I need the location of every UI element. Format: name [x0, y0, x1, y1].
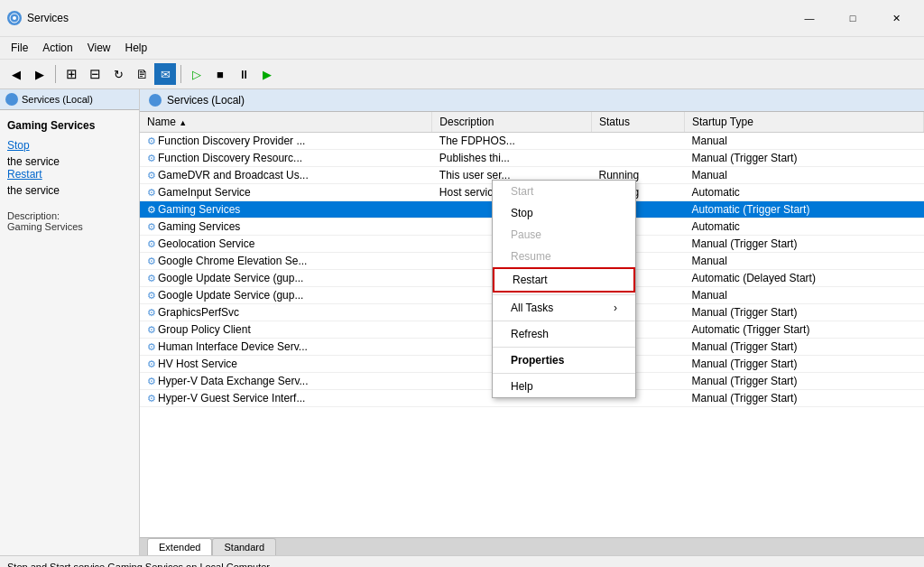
content-header-title: Services (Local) — [167, 94, 245, 107]
gear-icon: ⚙ — [147, 307, 156, 318]
gear-icon: ⚙ — [147, 273, 156, 284]
col-header-status[interactable]: Status — [591, 112, 684, 133]
gear-icon: ⚙ — [147, 341, 156, 352]
content-header-icon — [149, 94, 162, 107]
minimize-button[interactable]: — — [789, 5, 830, 31]
service-name-cell: ⚙HV Host Service — [140, 356, 432, 373]
service-startup-cell: Automatic (Trigger Start) — [685, 321, 924, 339]
close-button[interactable]: ✕ — [875, 5, 917, 31]
restart-service-link[interactable]: Restart — [7, 168, 132, 181]
forward-button[interactable]: ▶ — [29, 63, 51, 85]
svg-point-1 — [13, 16, 16, 20]
stop-service-line: Stop the service — [7, 139, 132, 168]
back-button[interactable]: ◀ — [5, 63, 27, 85]
service-name-cell: ⚙Google Update Service (gup... — [140, 287, 432, 304]
ctx-stop[interactable]: Stop — [493, 202, 635, 224]
help-button[interactable]: ✉ — [154, 63, 176, 85]
description-label: Description: — [7, 210, 132, 221]
title-bar: Services — □ ✕ — [0, 0, 924, 37]
service-name-cell: ⚙Hyper-V Data Exchange Serv... — [140, 373, 432, 390]
restart-button[interactable]: ▶ — [256, 63, 278, 85]
export-button[interactable]: 🖹 — [131, 63, 152, 85]
ctx-help[interactable]: Help — [493, 376, 635, 397]
ctx-all-tasks[interactable]: All Tasks › — [493, 297, 635, 319]
service-startup-cell: Manual (Trigger Start) — [685, 236, 924, 253]
restart-service-text: the service — [7, 184, 60, 197]
play-button[interactable]: ▷ — [186, 63, 208, 85]
show-hide-button[interactable]: ⊟ — [84, 63, 106, 85]
service-startup-cell: Manual — [685, 253, 924, 270]
col-header-description[interactable]: Description — [432, 112, 592, 133]
gear-icon: ⚙ — [147, 187, 156, 198]
service-startup-cell: Automatic (Delayed Start) — [685, 270, 924, 287]
ctx-resume[interactable]: Resume — [493, 246, 635, 267]
service-startup-cell: Manual (Trigger Start) — [685, 390, 924, 407]
service-startup-cell: Automatic — [685, 184, 924, 201]
ctx-sep-4 — [493, 373, 635, 374]
ctx-properties[interactable]: Properties — [493, 349, 635, 371]
gear-icon: ⚙ — [147, 393, 156, 404]
maximize-button[interactable]: □ — [832, 5, 873, 31]
service-name-cell: ⚙Google Chrome Elevation Se... — [140, 253, 432, 270]
gear-icon: ⚙ — [147, 153, 156, 163]
tab-extended[interactable]: Extended — [147, 538, 212, 555]
ctx-pause[interactable]: Pause — [493, 224, 635, 246]
service-name-cell: ⚙Hyper-V Guest Service Interf... — [140, 390, 432, 407]
service-desc-cell: Publishes thi... — [432, 150, 592, 167]
ctx-refresh[interactable]: Refresh — [493, 323, 635, 345]
sidebar-title: Services (Local) — [22, 94, 93, 105]
col-header-name[interactable]: Name ▲ — [140, 112, 432, 133]
menu-file[interactable]: File — [4, 39, 35, 57]
tab-standard[interactable]: Standard — [212, 538, 276, 555]
content-area: Services (Local) Name ▲ Description Stat… — [140, 89, 924, 555]
table-row[interactable]: ⚙Function Discovery Provider ...The FDPH… — [140, 133, 924, 150]
gear-icon: ⚙ — [147, 324, 156, 335]
service-name-cell: ⚙Gaming Services — [140, 201, 432, 218]
sidebar-icon — [5, 93, 18, 106]
app-icon — [7, 11, 22, 25]
tab-bar: Extended Standard — [140, 537, 924, 555]
ctx-sep-2 — [493, 321, 635, 321]
col-header-startup[interactable]: Startup Type — [685, 112, 924, 133]
pause-button[interactable]: ⏸ — [233, 63, 254, 85]
menu-bar: File Action View Help — [0, 37, 924, 60]
menu-action[interactable]: Action — [35, 39, 79, 57]
gear-icon: ⚙ — [147, 204, 156, 215]
service-status-cell — [591, 133, 684, 150]
service-name-cell: ⚙Function Discovery Resourc... — [140, 150, 432, 167]
service-name-cell: ⚙Google Update Service (gup... — [140, 270, 432, 287]
ctx-restart[interactable]: Restart — [493, 267, 635, 293]
up-button[interactable]: ⊞ — [60, 63, 82, 85]
service-name-cell: ⚙Geolocation Service — [140, 236, 432, 253]
window-title: Services — [27, 12, 69, 24]
refresh-button[interactable]: ↻ — [107, 63, 129, 85]
gear-icon: ⚙ — [147, 238, 156, 249]
menu-view[interactable]: View — [80, 39, 118, 57]
context-menu: Start Stop Pause Resume Restart All Task… — [492, 180, 636, 398]
ctx-start[interactable]: Start — [493, 181, 635, 202]
sidebar-header: Services (Local) — [0, 89, 139, 110]
toolbar-separator-2 — [180, 65, 181, 83]
status-bar: Stop and Start service Gaming Services o… — [0, 555, 924, 567]
stop-button[interactable]: ■ — [209, 63, 231, 85]
service-name-cell: ⚙GameInput Service — [140, 184, 432, 201]
service-desc-cell: The FDPHOS... — [432, 133, 592, 150]
table-row[interactable]: ⚙Function Discovery Resourc...Publishes … — [140, 150, 924, 167]
service-name-cell: ⚙Human Interface Device Serv... — [140, 339, 432, 356]
toolbar: ◀ ▶ ⊞ ⊟ ↻ 🖹 ✉ ▷ ■ ⏸ ▶ — [0, 60, 924, 89]
gear-icon: ⚙ — [147, 170, 156, 181]
menu-help[interactable]: Help — [118, 39, 155, 57]
sidebar: Services (Local) Gaming Services Stop th… — [0, 89, 140, 555]
ctx-sep-3 — [493, 347, 635, 348]
service-status-cell — [591, 150, 684, 167]
service-name-cell: ⚙Group Policy Client — [140, 321, 432, 339]
service-startup-cell: Automatic — [685, 218, 924, 236]
gear-icon: ⚙ — [147, 290, 156, 301]
stop-service-link[interactable]: Stop — [7, 139, 132, 152]
main-container: Services (Local) Gaming Services Stop th… — [0, 89, 924, 555]
service-name-cell: ⚙Function Discovery Provider ... — [140, 133, 432, 150]
service-name-cell: ⚙GraphicsPerfSvc — [140, 304, 432, 321]
service-startup-cell: Manual (Trigger Start) — [685, 356, 924, 373]
toolbar-separator-1 — [55, 65, 56, 83]
selected-service-name: Gaming Services — [7, 119, 132, 132]
